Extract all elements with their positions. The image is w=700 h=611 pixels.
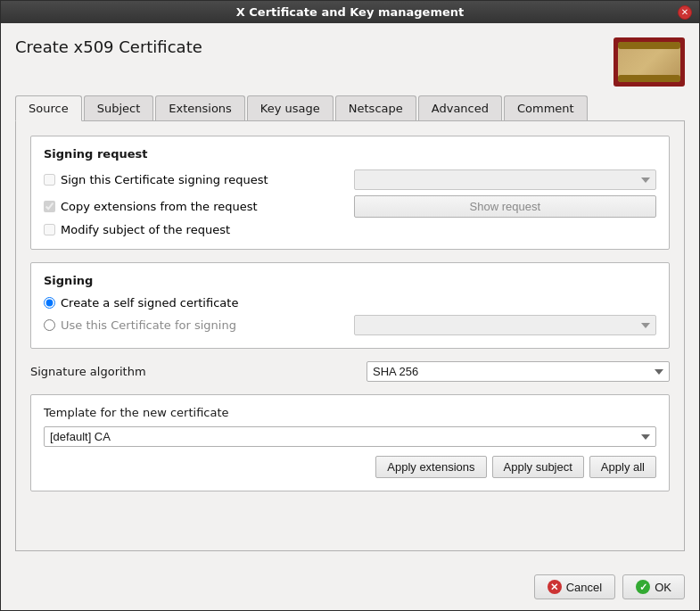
tab-key-usage[interactable]: Key usage xyxy=(247,95,334,120)
close-icon: ✕ xyxy=(681,7,688,17)
ok-label: OK xyxy=(655,581,671,594)
template-buttons: Apply extensions Apply subject Apply all xyxy=(44,456,656,478)
modify-subject-label: Modify subject of the request xyxy=(61,223,230,236)
main-window: X Certificate and Key management ✕ Creat… xyxy=(0,0,700,611)
modify-subject-checkbox[interactable] xyxy=(44,224,55,235)
apply-all-button[interactable]: Apply all xyxy=(589,456,656,478)
self-signed-radio[interactable] xyxy=(44,297,55,309)
tab-content-source: Signing request Sign this Certificate si… xyxy=(15,121,685,551)
tab-bar: Source Subject Extensions Key usage Nets… xyxy=(15,95,685,121)
signing-request-dropdown[interactable] xyxy=(354,169,657,190)
use-certificate-label: Use this Certificate for signing xyxy=(61,318,236,332)
cancel-icon: ✕ xyxy=(548,580,562,594)
self-signed-label: Create a self signed certificate xyxy=(61,296,238,310)
ok-button[interactable]: ✓ OK xyxy=(622,574,685,599)
logo-area xyxy=(614,37,685,87)
window-close-button[interactable]: ✕ xyxy=(678,5,692,20)
tab-extensions[interactable]: Extensions xyxy=(155,95,245,120)
copy-extensions-label: Copy extensions from the request xyxy=(61,200,258,213)
dialog-header: Create x509 Certificate xyxy=(15,37,685,87)
tab-subject[interactable]: Subject xyxy=(84,95,154,120)
apply-subject-button[interactable]: Apply subject xyxy=(492,456,584,478)
signing-request-label: Signing request xyxy=(44,147,656,161)
template-section-label: Template for the new certificate xyxy=(44,406,656,419)
tab-comment[interactable]: Comment xyxy=(504,95,588,120)
signing-request-section: Signing request Sign this Certificate si… xyxy=(30,136,670,250)
apply-extensions-button[interactable]: Apply extensions xyxy=(375,456,486,478)
sign-csr-label: Sign this Certificate signing request xyxy=(61,173,268,186)
signing-section-label: Signing xyxy=(44,274,656,287)
sign-csr-checkbox[interactable] xyxy=(44,174,55,186)
signing-section: Signing Create a self signed certificate… xyxy=(30,262,670,349)
tab-source[interactable]: Source xyxy=(15,95,82,121)
template-select[interactable]: [default] CA [default] TLS server [defau… xyxy=(44,426,656,447)
show-request-button[interactable]: Show request xyxy=(354,195,657,218)
use-certificate-radio[interactable] xyxy=(44,319,55,331)
dialog-content: Create x509 Certificate Source Subject E… xyxy=(1,23,699,566)
tab-netscape[interactable]: Netscape xyxy=(335,95,416,120)
signature-algorithm-label: Signature algorithm xyxy=(30,365,146,378)
ok-icon: ✓ xyxy=(636,580,650,594)
template-section: Template for the new certificate [defaul… xyxy=(30,394,670,491)
use-certificate-dropdown[interactable] xyxy=(354,315,657,335)
window-title: X Certificate and Key management xyxy=(236,5,464,19)
dialog-title: Create x509 Certificate xyxy=(15,37,202,56)
dialog-footer: ✕ Cancel ✓ OK xyxy=(1,566,699,610)
signature-algorithm-select[interactable]: SHA 256 SHA 512 SHA 1 MD5 xyxy=(366,361,670,382)
logo-scroll xyxy=(618,42,680,82)
signature-algorithm-row: Signature algorithm SHA 256 SHA 512 SHA … xyxy=(30,361,670,382)
tab-advanced[interactable]: Advanced xyxy=(418,95,502,120)
template-dropdown-row: [default] CA [default] TLS server [defau… xyxy=(44,426,656,447)
titlebar: X Certificate and Key management ✕ xyxy=(1,1,699,23)
cancel-button[interactable]: ✕ Cancel xyxy=(534,574,615,599)
copy-extensions-checkbox[interactable] xyxy=(44,201,55,212)
cancel-label: Cancel xyxy=(566,581,602,594)
